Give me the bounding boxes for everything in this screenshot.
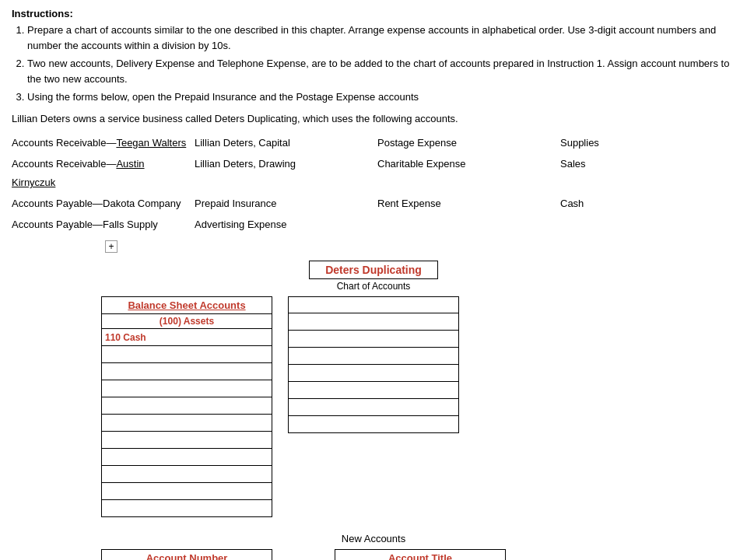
account-cell: Accounts Receivable—Austin Kirnyczuk xyxy=(12,155,187,193)
new-accounts-section: New Accounts Account Number Account Titl… xyxy=(12,533,735,560)
company-title: Deters Duplicating xyxy=(309,261,438,279)
account-cell: Accounts Payable—Falls Supply xyxy=(12,215,187,235)
account-row xyxy=(288,416,459,433)
account-cell: Rent Expense xyxy=(377,194,552,214)
account-row xyxy=(101,483,272,500)
income-statement-table xyxy=(288,296,459,517)
first-account-row: 110 Cash xyxy=(101,329,272,346)
instructions-list: Prepare a chart of accounts similar to t… xyxy=(27,23,735,105)
account-row xyxy=(101,449,272,466)
account-row xyxy=(101,415,272,432)
account-row xyxy=(101,466,272,483)
account-cell: Postage Expense xyxy=(377,134,552,153)
account-title-header: Account Title xyxy=(335,549,506,560)
account-row xyxy=(101,346,272,363)
account-row xyxy=(101,500,272,517)
account-cell: Charitable Expense xyxy=(377,155,552,193)
account-row xyxy=(101,380,272,397)
account-cell: Prepaid Insurance xyxy=(195,194,370,214)
account-row xyxy=(101,432,272,449)
balance-sheet-table: Balance Sheet Accounts (100) Assets 110 … xyxy=(101,296,272,517)
chart-subtitle: Chart of Accounts xyxy=(337,281,411,292)
account-cell: Lillian Deters, Drawing xyxy=(195,155,370,193)
account-row xyxy=(288,296,459,313)
account-cell: Advertising Expense xyxy=(195,215,370,235)
instruction-item-1: Prepare a chart of accounts similar to t… xyxy=(27,23,735,53)
account-cell: Lillian Deters, Capital xyxy=(195,134,370,153)
account-row xyxy=(288,331,459,348)
account-cell: Supplies xyxy=(560,134,735,153)
account-cell: Accounts Receivable—Teegan Walters xyxy=(12,134,187,153)
account-row xyxy=(288,365,459,382)
instructions-title: Instructions: xyxy=(12,8,735,19)
account-row xyxy=(101,397,272,415)
account-row xyxy=(101,363,272,380)
account-row xyxy=(288,348,459,365)
account-cell: Cash xyxy=(560,194,735,214)
account-title-table: Account Title xyxy=(335,549,506,560)
account-row xyxy=(288,313,459,331)
instruction-item-3: Using the forms below, open the Prepaid … xyxy=(27,89,735,105)
account-row xyxy=(288,399,459,416)
account-row xyxy=(288,382,459,399)
add-row-icon[interactable]: + xyxy=(105,240,117,253)
account-cell xyxy=(377,215,552,235)
instruction-item-2: Two new accounts, Delivery Expense and T… xyxy=(27,56,735,86)
account-number-table: Account Number xyxy=(101,549,272,560)
account-cell: Accounts Payable—Dakota Company xyxy=(12,194,187,214)
balance-sheet-header: Balance Sheet Accounts xyxy=(101,296,272,314)
accounts-grid: Accounts Receivable—Teegan Walters Lilli… xyxy=(12,134,735,234)
new-accounts-tables: Account Number Account Title xyxy=(101,549,646,560)
account-number-header: Account Number xyxy=(101,549,272,560)
assets-subheader: (100) Assets xyxy=(101,314,272,329)
instructions-section: Instructions: Prepare a chart of account… xyxy=(12,8,735,105)
account-cell xyxy=(560,215,735,235)
new-accounts-title: New Accounts xyxy=(342,533,405,544)
chart-tables-row: Balance Sheet Accounts (100) Assets 110 … xyxy=(101,296,646,517)
chart-section: Deters Duplicating Chart of Accounts Bal… xyxy=(12,261,735,517)
intro-text: Lillian Deters owns a service business c… xyxy=(12,111,735,127)
account-cell: Sales xyxy=(560,155,735,193)
